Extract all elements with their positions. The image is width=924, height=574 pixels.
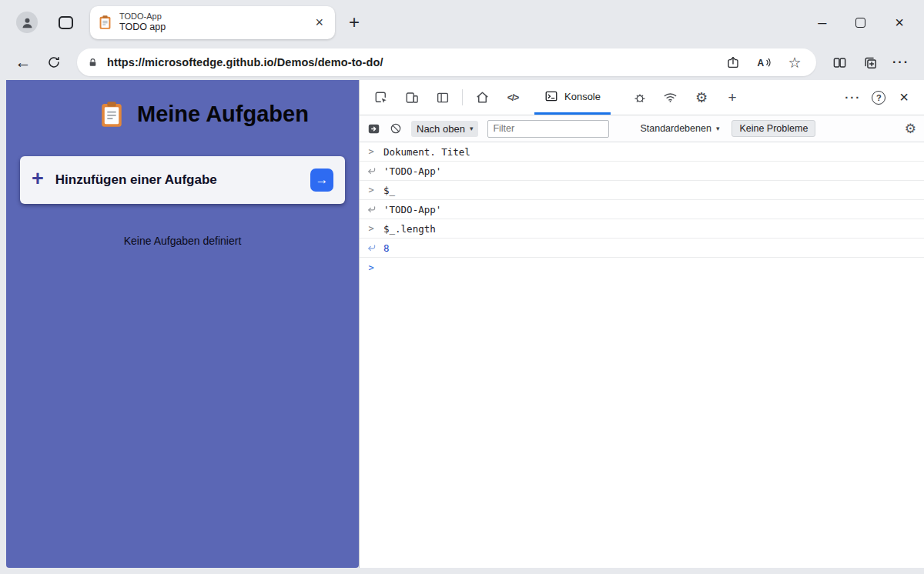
console-command-row: > Dokument. Titel: [360, 142, 924, 162]
avatar: [16, 12, 38, 33]
console-prompt-chevron-icon: >: [368, 262, 373, 273]
return-value-icon: [366, 166, 377, 176]
context-selector-dropdown[interactable]: Nach oben ▾: [411, 121, 478, 137]
tab-tooltip: TODO-App: [119, 12, 311, 22]
tab-actions-icon[interactable]: [59, 16, 73, 29]
console-result-text: 'TODO-App': [383, 204, 441, 215]
context-selector-label: Nach oben: [417, 123, 465, 135]
clipboard-icon: [99, 100, 125, 128]
refresh-icon: [47, 55, 61, 69]
wifi-icon: [663, 90, 678, 105]
panel-layout-icon: [436, 91, 450, 105]
return-value-icon: [366, 243, 377, 253]
bug-icon: [633, 91, 647, 105]
return-value-icon: [366, 205, 377, 215]
filter-input[interactable]: [487, 120, 609, 138]
add-task-label: Hinzufügen einer Aufgabe: [55, 172, 310, 188]
refresh-button[interactable]: [40, 49, 68, 75]
console-input-chevron-icon: >: [368, 223, 373, 234]
console-result-row: 8: [360, 239, 924, 258]
person-icon: [21, 16, 34, 29]
page-title: Meine Aufgaben: [137, 102, 309, 127]
issues-counter-button[interactable]: Keine Probleme: [732, 120, 815, 137]
todo-app-panel: Meine Aufgaben + Hinzufügen einer Aufgab…: [6, 80, 359, 568]
console-result-row: 'TODO-App': [360, 162, 924, 181]
plus-icon: +: [32, 167, 44, 191]
lock-icon[interactable]: [88, 57, 98, 68]
devtools-close-icon[interactable]: ×: [892, 88, 916, 106]
console-result-text: 'TODO-App': [383, 165, 441, 177]
console-command-row: > $_: [360, 181, 924, 200]
favorites-star-icon[interactable]: ☆: [784, 52, 805, 72]
content-area: Meine Aufgaben + Hinzufügen einer Aufgab…: [0, 80, 924, 574]
console-result-number: 8: [383, 242, 390, 254]
console-command-text: $_: [383, 185, 395, 196]
tools-gear-tab[interactable]: ⚙: [686, 80, 717, 115]
console-tab[interactable]: Konsole: [534, 80, 611, 115]
empty-state-message: Keine Aufgaben definiert: [6, 235, 359, 247]
activity-bar-button[interactable]: [427, 80, 458, 115]
inspect-cursor-icon: [374, 91, 388, 105]
console-command-text: $_.length: [383, 223, 436, 235]
help-icon[interactable]: ?: [872, 91, 886, 105]
url-text: https://microsoftedge.github.io/Demos/de…: [107, 56, 713, 68]
app-header: Meine Aufgaben: [99, 80, 359, 128]
extra-tools-group: ⚙ +: [624, 80, 748, 115]
console-command-row: > $_.length: [360, 219, 924, 239]
console-tab-label: Konsole: [564, 91, 601, 102]
browser-more-icon[interactable]: ···: [887, 49, 915, 75]
devtools-more-icon[interactable]: ···: [840, 91, 865, 104]
svg-text:A: A: [757, 58, 764, 68]
minimize-button[interactable]: –: [818, 14, 826, 32]
profile-button[interactable]: [14, 9, 40, 35]
console-output: > Dokument. Titel 'TODO-App' > $_: [360, 142, 924, 568]
collections-icon[interactable]: [856, 49, 884, 75]
console-settings-gear-icon[interactable]: ⚙: [905, 121, 916, 137]
browser-window: TODO-App TODO app × + – × ← https://micr…: [0, 0, 924, 574]
devtools-tab-bar: </> Konsole ⚙ + ··· ?: [360, 80, 924, 115]
read-aloud-icon[interactable]: A: [753, 52, 775, 72]
split-screen-icon[interactable]: [825, 49, 853, 75]
window-controls: – ×: [818, 14, 916, 32]
console-result-row: 'TODO-App': [360, 200, 924, 219]
tab-close-icon[interactable]: ×: [311, 15, 327, 31]
log-levels-dropdown[interactable]: Standardebenen ▾: [640, 123, 719, 134]
new-tab-button[interactable]: +: [349, 12, 360, 33]
add-task-submit-button[interactable]: →: [310, 169, 333, 192]
console-input-chevron-icon: >: [368, 146, 373, 157]
issues-tab[interactable]: [624, 80, 655, 115]
network-tab[interactable]: [655, 80, 686, 115]
tab-title: TODO app: [119, 22, 311, 33]
share-icon[interactable]: [722, 52, 744, 72]
execution-context-icon[interactable]: [367, 122, 380, 135]
clear-console-icon[interactable]: [390, 122, 402, 135]
log-levels-label: Standardebenen: [640, 123, 711, 134]
inspect-element-button[interactable]: [366, 80, 397, 115]
tab-label-group: TODO-App TODO app: [119, 12, 311, 33]
titlebar: TODO-App TODO app × + – ×: [0, 0, 924, 45]
home-icon: [475, 90, 490, 105]
console-command-text: Dokument. Titel: [383, 146, 470, 158]
todo-favicon-icon: [98, 15, 112, 30]
chevron-down-icon: ▾: [470, 125, 474, 132]
console-terminal-icon: [544, 89, 558, 103]
device-emulation-button[interactable]: [397, 80, 427, 115]
navigation-toolbar: ← https://microsoftedge.github.io/Demos/…: [0, 45, 924, 80]
add-task-field[interactable]: + Hinzufügen einer Aufgabe →: [20, 156, 345, 204]
add-tools-button[interactable]: +: [717, 80, 748, 115]
back-button[interactable]: ←: [9, 49, 37, 75]
tabbar-divider: [462, 89, 463, 105]
maximize-button[interactable]: [855, 18, 865, 28]
welcome-tab[interactable]: [467, 80, 497, 115]
chevron-down-icon: ▾: [716, 125, 720, 132]
browser-tab[interactable]: TODO-App TODO app ×: [90, 6, 335, 39]
sources-tab[interactable]: </>: [497, 80, 528, 115]
console-input-chevron-icon: >: [368, 185, 373, 195]
window-close-button[interactable]: ×: [895, 14, 904, 32]
console-prompt-row[interactable]: >: [360, 258, 924, 277]
devtools-panel: </> Konsole ⚙ + ··· ?: [359, 80, 924, 568]
device-toolbar-icon: [405, 91, 419, 105]
console-toolbar: Nach oben ▾ Standardebenen ▾ Keine Probl…: [360, 115, 924, 142]
devtools-right-controls: ··· ? ×: [840, 80, 924, 115]
address-bar[interactable]: https://microsoftedge.github.io/Demos/de…: [77, 48, 816, 76]
